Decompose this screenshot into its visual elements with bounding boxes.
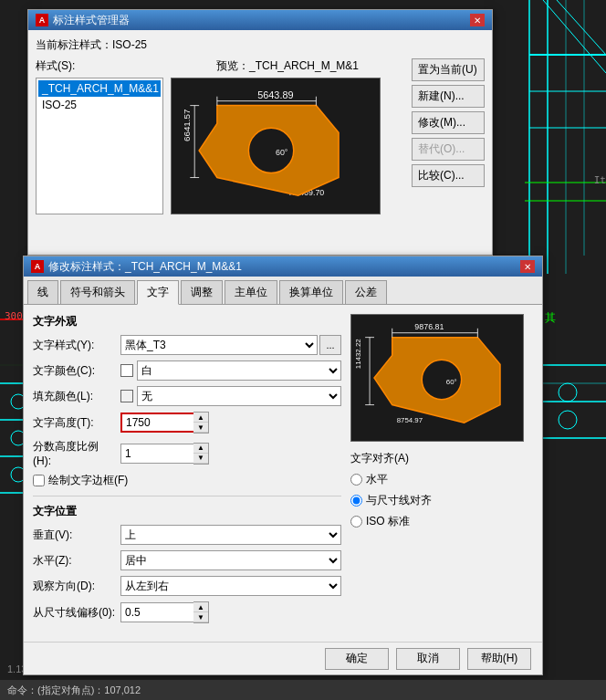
- text-color-wrapper: 白: [120, 360, 341, 381]
- divider-1: [33, 496, 341, 496]
- row-text-height: 文字高度(T): ▲ ▼: [33, 412, 341, 434]
- statusbar: 命令：(指定对角点)：107,012: [0, 680, 606, 700]
- spinner-up-fraction[interactable]: ▲: [193, 444, 208, 454]
- row-vertical: 垂直(V): 上: [33, 525, 341, 545]
- spinner-buttons-fraction: ▲ ▼: [193, 443, 209, 465]
- label-horizontal: 水平(Z):: [33, 553, 115, 569]
- radio-dim-line-input[interactable]: [350, 495, 362, 507]
- tab-main-unit[interactable]: 主单位: [225, 280, 277, 304]
- spinner-down-height[interactable]: ▼: [193, 423, 208, 433]
- select-text-color[interactable]: 白: [137, 360, 341, 381]
- cad-label-300: 300: [5, 310, 23, 322]
- text-style-wrapper: 黑体_T3 ...: [120, 335, 341, 355]
- input-fraction-height[interactable]: [120, 444, 193, 464]
- spinner-fraction: ▲ ▼: [120, 443, 341, 465]
- svg-point-22: [559, 411, 577, 429]
- btn-new[interactable]: 新建(N)...: [412, 85, 485, 108]
- btn-text-style-browse[interactable]: ...: [319, 335, 341, 355]
- select-text-style[interactable]: 黑体_T3: [120, 335, 318, 355]
- svg-text:9876.81: 9876.81: [414, 322, 444, 331]
- select-horizontal[interactable]: 居中: [120, 550, 341, 570]
- dialog-manager-content: 当前标注样式：ISO-25 样式(S): _TCH_ARCH_M_M&&1 IS…: [28, 30, 492, 222]
- row-text-color: 文字颜色(C): 白: [33, 360, 341, 381]
- tab-text[interactable]: 文字: [137, 280, 179, 305]
- label-text-height: 文字高度(T):: [33, 415, 115, 431]
- alignment-section: 文字对齐(A) 水平 与尺寸线对齐 ISO 标准: [350, 451, 533, 535]
- label-offset: 从尺寸线偏移(0):: [33, 605, 115, 621]
- dialog-manager-title: 标注样式管理器: [53, 13, 130, 28]
- label-view-direction: 观察方向(D):: [33, 579, 115, 594]
- checkbox-draw-frame[interactable]: [33, 475, 45, 486]
- dialog-manager-close[interactable]: ✕: [470, 14, 485, 26]
- btn-cancel[interactable]: 取消: [396, 648, 460, 670]
- dialog-modify-body: 文字外观 文字样式(Y): 黑体_T3 ... 文字颜色(C): 白: [24, 305, 542, 638]
- radio-iso-input[interactable]: [350, 516, 362, 528]
- dialog-modify-titlebar: A 修改标注样式：_TCH_ARCH_M_M&&1 ✕: [24, 256, 542, 277]
- buttons-panel-1: 置为当前(U) 新建(N)... 修改(M)... 替代(O)... 比较(C)…: [412, 58, 485, 214]
- label-iso-align: ISO 标准: [366, 514, 410, 529]
- svg-text:11432.22: 11432.22: [354, 339, 362, 369]
- svg-line-9: [557, 0, 606, 55]
- btn-set-current[interactable]: 置为当前(U): [412, 58, 485, 81]
- cad-label-it: It: [594, 174, 606, 186]
- dialog-footer: 确定 取消 帮助(H): [24, 642, 542, 674]
- left-panel: 文字外观 文字样式(Y): 黑体_T3 ... 文字颜色(C): 白: [33, 314, 341, 629]
- section-text-position: 文字位置: [33, 504, 341, 519]
- btn-help[interactable]: 帮助(H): [467, 648, 531, 670]
- dialog-modify-close[interactable]: ✕: [520, 260, 535, 273]
- btn-modify[interactable]: 修改(M)...: [412, 111, 485, 134]
- radio-iso: ISO 标准: [350, 514, 533, 529]
- label-fill-color: 填充颜色(L):: [33, 389, 115, 404]
- row-fraction-height: 分数高度比例(H): ▲ ▼: [33, 439, 341, 467]
- select-view-direction[interactable]: 从左到右: [120, 576, 341, 596]
- radio-horizontal: 水平: [350, 472, 533, 487]
- fill-color-wrapper: 无: [120, 386, 341, 406]
- label-dim-line-align: 与尺寸线对齐: [366, 493, 432, 508]
- spinner-down-fraction[interactable]: ▼: [193, 454, 208, 464]
- spinner-up-offset[interactable]: ▲: [193, 602, 208, 612]
- style-item-iso[interactable]: ISO-25: [38, 97, 161, 113]
- btn-compare[interactable]: 比较(C)...: [412, 164, 485, 187]
- radio-horizontal-input[interactable]: [350, 474, 362, 486]
- styles-label: 样式(S):: [36, 58, 163, 74]
- dialog-modify: A 修改标注样式：_TCH_ARCH_M_M&&1 ✕ 线 符号和箭头 文字 调…: [23, 256, 543, 675]
- preview-canvas-2: 9876.81 11432.22 19604.13 8754.97: [350, 314, 524, 442]
- style-item-tch[interactable]: _TCH_ARCH_M_M&&1: [38, 80, 161, 97]
- tab-symbol[interactable]: 符号和箭头: [60, 280, 135, 304]
- spinner-up-height[interactable]: ▲: [193, 413, 208, 423]
- label-text-style: 文字样式(Y):: [33, 338, 115, 353]
- statusbar-text: 命令：(指定对角点)：107,012: [7, 684, 141, 697]
- svg-line-8: [543, 0, 606, 73]
- spinner-buttons-offset: ▲ ▼: [193, 601, 209, 623]
- input-offset[interactable]: [120, 602, 193, 622]
- input-text-height[interactable]: [120, 413, 193, 433]
- manager-main: 样式(S): _TCH_ARCH_M_M&&1 ISO-25 预览：_TCH_A…: [36, 58, 485, 214]
- preview-svg-2: 9876.81 11432.22 19604.13 8754.97: [351, 315, 523, 441]
- row-horizontal: 水平(Z): 居中: [33, 550, 341, 570]
- spinner-down-offset[interactable]: ▼: [193, 612, 208, 622]
- current-style-label: 当前标注样式：ISO-25: [36, 37, 147, 53]
- styles-list[interactable]: _TCH_ARCH_M_M&&1 ISO-25: [36, 78, 163, 214]
- svg-text:5643.89: 5643.89: [257, 89, 293, 100]
- svg-text:60°: 60°: [276, 148, 288, 157]
- preview-label: 预览：_TCH_ARCH_M_M&1: [171, 58, 404, 74]
- btn-ok[interactable]: 确定: [325, 648, 389, 670]
- btn-override[interactable]: 替代(O)...: [412, 138, 485, 161]
- tab-alt-unit[interactable]: 换算单位: [279, 280, 343, 304]
- spinner-buttons-height: ▲ ▼: [193, 412, 209, 434]
- row-view-direction: 观察方向(D): 从左到右: [33, 576, 341, 596]
- dialog-manager-title-group: A 标注样式管理器: [36, 13, 130, 28]
- row-draw-frame: 绘制文字边框(F): [33, 473, 341, 488]
- dialog-modify-title: 修改标注样式：_TCH_ARCH_M_M&&1: [48, 259, 242, 275]
- row-offset: 从尺寸线偏移(0): ▲ ▼: [33, 601, 341, 623]
- tab-adjust[interactable]: 调整: [181, 280, 223, 304]
- row-fill-color: 填充颜色(L): 无: [33, 386, 341, 406]
- label-text-color: 文字颜色(C):: [33, 363, 115, 379]
- tab-line[interactable]: 线: [27, 280, 58, 304]
- tab-tolerance[interactable]: 公差: [345, 280, 387, 304]
- autocad-icon-1: A: [36, 14, 48, 26]
- select-fill-color[interactable]: 无: [137, 386, 341, 406]
- cad-label-qi: 其: [545, 310, 556, 326]
- select-vertical[interactable]: 上: [120, 525, 341, 545]
- svg-text:8754.97: 8754.97: [397, 416, 423, 424]
